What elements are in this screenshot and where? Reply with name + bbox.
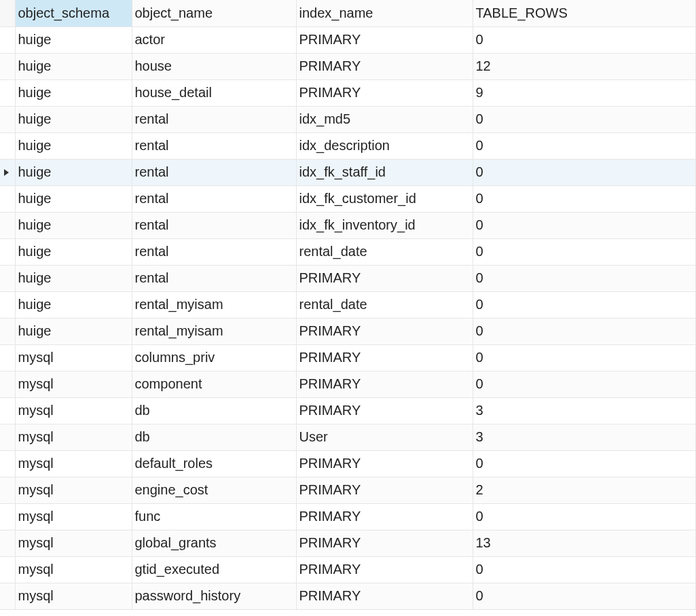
row-gutter[interactable] — [0, 503, 15, 530]
row-gutter[interactable] — [0, 556, 15, 583]
cell-object-name[interactable]: password_history — [132, 583, 296, 609]
row-gutter[interactable] — [0, 238, 15, 265]
cell-index-name[interactable]: PRIMARY — [296, 397, 473, 424]
row-gutter[interactable] — [0, 530, 15, 556]
cell-index-name[interactable]: PRIMARY — [296, 556, 473, 583]
cell-object-name[interactable]: engine_cost — [132, 477, 296, 503]
cell-table-rows[interactable]: 0 — [473, 344, 696, 371]
row-gutter[interactable] — [0, 26, 15, 53]
table-row[interactable]: huigerentalrental_date0 — [0, 238, 696, 265]
cell-table-rows[interactable]: 0 — [473, 185, 696, 212]
row-gutter[interactable] — [0, 344, 15, 371]
cell-object-name[interactable]: house_detail — [132, 79, 296, 106]
cell-object-schema[interactable]: huige — [15, 132, 132, 159]
cell-table-rows[interactable]: 0 — [473, 371, 696, 397]
column-header-table-rows[interactable]: TABLE_ROWS — [473, 0, 696, 26]
cell-object-schema[interactable]: huige — [15, 318, 132, 344]
table-row[interactable]: mysqlengine_costPRIMARY2 — [0, 477, 696, 503]
table-row[interactable]: mysqldbUser3 — [0, 424, 696, 450]
table-row[interactable]: huigerentalPRIMARY0 — [0, 265, 696, 291]
cell-table-rows[interactable]: 0 — [473, 583, 696, 609]
row-gutter[interactable] — [0, 159, 15, 185]
row-gutter[interactable] — [0, 212, 15, 238]
row-gutter[interactable] — [0, 106, 15, 132]
cell-object-schema[interactable]: mysql — [15, 344, 132, 371]
cell-index-name[interactable]: idx_fk_inventory_id — [296, 212, 473, 238]
cell-table-rows[interactable]: 3 — [473, 424, 696, 450]
cell-index-name[interactable]: PRIMARY — [296, 265, 473, 291]
cell-object-schema[interactable]: mysql — [15, 503, 132, 530]
column-header-object-name[interactable]: object_name — [132, 0, 296, 26]
cell-index-name[interactable]: User — [296, 424, 473, 450]
cell-index-name[interactable]: rental_date — [296, 238, 473, 265]
table-row[interactable]: huigehousePRIMARY12 — [0, 53, 696, 79]
cell-object-schema[interactable]: huige — [15, 79, 132, 106]
table-row[interactable]: huigerentalidx_md50 — [0, 106, 696, 132]
cell-object-name[interactable]: rental_myisam — [132, 291, 296, 318]
table-row[interactable]: mysqlcolumns_privPRIMARY0 — [0, 344, 696, 371]
cell-object-schema[interactable]: huige — [15, 185, 132, 212]
cell-object-schema[interactable]: huige — [15, 291, 132, 318]
cell-index-name[interactable]: PRIMARY — [296, 583, 473, 609]
cell-object-schema[interactable]: huige — [15, 53, 132, 79]
cell-object-schema[interactable]: huige — [15, 238, 132, 265]
cell-table-rows[interactable]: 12 — [473, 53, 696, 79]
cell-table-rows[interactable]: 0 — [473, 159, 696, 185]
cell-object-name[interactable]: rental — [132, 159, 296, 185]
table-row[interactable]: huigerental_myisamPRIMARY0 — [0, 318, 696, 344]
result-grid[interactable]: object_schema object_name index_name TAB… — [0, 0, 696, 610]
row-gutter[interactable] — [0, 265, 15, 291]
cell-index-name[interactable]: idx_md5 — [296, 106, 473, 132]
cell-object-name[interactable]: rental — [132, 185, 296, 212]
cell-index-name[interactable]: PRIMARY — [296, 503, 473, 530]
cell-index-name[interactable]: PRIMARY — [296, 477, 473, 503]
table-row[interactable]: mysqlgtid_executedPRIMARY0 — [0, 556, 696, 583]
row-gutter[interactable] — [0, 371, 15, 397]
cell-index-name[interactable]: PRIMARY — [296, 79, 473, 106]
table-row[interactable]: huigeactorPRIMARY0 — [0, 26, 696, 53]
row-gutter[interactable] — [0, 397, 15, 424]
row-gutter[interactable] — [0, 291, 15, 318]
column-header-object-schema[interactable]: object_schema — [15, 0, 132, 26]
cell-object-schema[interactable]: huige — [15, 26, 132, 53]
cell-object-name[interactable]: component — [132, 371, 296, 397]
cell-object-schema[interactable]: mysql — [15, 556, 132, 583]
cell-object-schema[interactable]: mysql — [15, 371, 132, 397]
cell-object-schema[interactable]: mysql — [15, 530, 132, 556]
row-gutter[interactable] — [0, 424, 15, 450]
cell-table-rows[interactable]: 0 — [473, 265, 696, 291]
cell-object-name[interactable]: db — [132, 397, 296, 424]
row-gutter[interactable] — [0, 132, 15, 159]
cell-object-name[interactable]: db — [132, 424, 296, 450]
cell-index-name[interactable]: idx_fk_customer_id — [296, 185, 473, 212]
cell-object-schema[interactable]: mysql — [15, 450, 132, 477]
cell-table-rows[interactable]: 0 — [473, 503, 696, 530]
cell-object-schema[interactable]: huige — [15, 265, 132, 291]
cell-index-name[interactable]: idx_fk_staff_id — [296, 159, 473, 185]
cell-object-name[interactable]: rental — [132, 238, 296, 265]
table-row[interactable]: huigehouse_detailPRIMARY9 — [0, 79, 696, 106]
cell-object-name[interactable]: gtid_executed — [132, 556, 296, 583]
table-row[interactable]: huigerental_myisamrental_date0 — [0, 291, 696, 318]
cell-table-rows[interactable]: 0 — [473, 291, 696, 318]
table-row[interactable]: mysqlcomponentPRIMARY0 — [0, 371, 696, 397]
table-row[interactable]: mysqlglobal_grantsPRIMARY13 — [0, 530, 696, 556]
cell-table-rows[interactable]: 0 — [473, 132, 696, 159]
column-header-index-name[interactable]: index_name — [296, 0, 473, 26]
cell-table-rows[interactable]: 9 — [473, 79, 696, 106]
cell-table-rows[interactable]: 0 — [473, 26, 696, 53]
cell-index-name[interactable]: PRIMARY — [296, 26, 473, 53]
cell-object-name[interactable]: global_grants — [132, 530, 296, 556]
cell-object-name[interactable]: columns_priv — [132, 344, 296, 371]
cell-object-schema[interactable]: mysql — [15, 397, 132, 424]
cell-index-name[interactable]: PRIMARY — [296, 344, 473, 371]
cell-index-name[interactable]: PRIMARY — [296, 530, 473, 556]
row-gutter[interactable] — [0, 53, 15, 79]
cell-index-name[interactable]: PRIMARY — [296, 371, 473, 397]
row-gutter[interactable] — [0, 583, 15, 609]
cell-object-schema[interactable]: huige — [15, 212, 132, 238]
cell-table-rows[interactable]: 0 — [473, 238, 696, 265]
table-row[interactable]: huigerentalidx_fk_staff_id0 — [0, 159, 696, 185]
cell-table-rows[interactable]: 0 — [473, 450, 696, 477]
row-gutter[interactable] — [0, 318, 15, 344]
